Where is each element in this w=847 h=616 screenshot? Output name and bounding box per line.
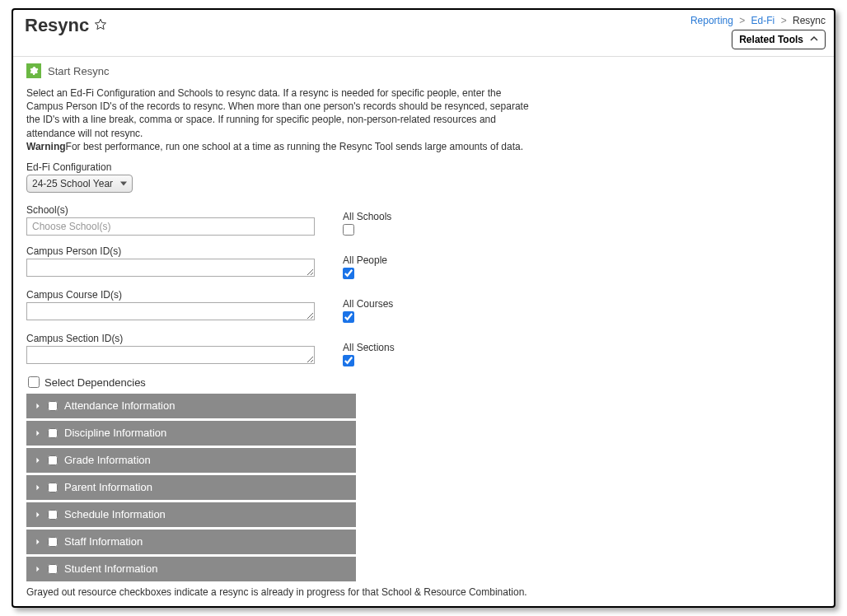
chevron-right-icon: > [739, 15, 745, 26]
favorite-star-icon[interactable] [94, 18, 107, 34]
accordion-list: Attendance InformationDiscipline Informa… [26, 394, 821, 581]
gear-icon [26, 63, 41, 78]
accordion-checkbox[interactable] [48, 428, 58, 438]
select-dependencies-label: Select Dependencies [44, 376, 146, 389]
accordion-label: Grade Information [64, 454, 151, 466]
page-title: Resync [25, 15, 89, 36]
accordion-checkbox[interactable] [48, 510, 58, 520]
all-people-block: All People [343, 254, 387, 279]
content-area: Start Resync Select an Ed-Fi Configurati… [13, 63, 834, 606]
edfi-config-select[interactable]: 24-25 School Year [26, 175, 133, 193]
accordion-item[interactable]: Grade Information [26, 448, 356, 473]
header-divider [13, 56, 834, 57]
section-ids-left: Campus Section ID(s) [26, 333, 323, 366]
all-courses-label: All Courses [343, 298, 393, 310]
select-dependencies-checkbox[interactable] [28, 376, 40, 388]
all-schools-checkbox[interactable] [343, 224, 354, 236]
chevron-up-icon [810, 34, 818, 45]
accordion-label: Parent Information [64, 481, 152, 493]
section-ids-label: Campus Section ID(s) [26, 333, 323, 344]
course-ids-label: Campus Course ID(s) [26, 289, 323, 301]
accordion-item[interactable]: Student Information [26, 557, 356, 581]
select-dependencies-row: Select Dependencies [28, 376, 821, 389]
all-courses-checkbox[interactable] [343, 311, 354, 323]
schools-left: School(s) [26, 204, 323, 236]
accordion-item[interactable]: Schedule Information [26, 502, 356, 527]
header-row: Resync Reporting > Ed-Fi > Resync Relate… [13, 10, 834, 51]
accordion-label: Student Information [64, 562, 157, 575]
schools-label: School(s) [26, 204, 323, 216]
accordion-checkbox[interactable] [48, 564, 58, 574]
person-ids-input[interactable] [26, 259, 315, 277]
all-people-label: All People [343, 254, 387, 266]
intro-text: Select an Ed-Fi Configuration and School… [26, 86, 537, 153]
accordion-item[interactable]: Attendance Information [26, 394, 356, 418]
edfi-config-select-wrap: 24-25 School Year [26, 175, 133, 193]
chevron-right-icon [35, 481, 41, 493]
person-ids-row: Campus Person ID(s) All People [26, 245, 821, 279]
schools-input[interactable] [26, 217, 315, 236]
accordion-label: Staff Information [64, 535, 143, 548]
intro-body: Select an Ed-Fi Configuration and School… [26, 87, 529, 139]
section-ids-row: Campus Section ID(s) All Sections [26, 333, 821, 366]
accordion-item[interactable]: Discipline Information [26, 421, 356, 446]
chevron-right-icon [35, 562, 41, 575]
edfi-config-block: Ed-Fi Configuration 24-25 School Year [26, 161, 821, 193]
accordion-item[interactable]: Parent Information [26, 475, 356, 500]
breadcrumb-link-edfi[interactable]: Ed-Fi [751, 15, 775, 26]
course-ids-row: Campus Course ID(s) All Courses [26, 289, 821, 323]
warning-label: Warning [26, 141, 66, 152]
schools-row: School(s) All Schools [26, 204, 821, 236]
breadcrumb: Reporting > Ed-Fi > Resync [690, 15, 826, 26]
related-tools-button[interactable]: Related Tools [732, 30, 826, 49]
person-ids-left: Campus Person ID(s) [26, 245, 323, 279]
section-ids-input[interactable] [26, 346, 315, 364]
app-frame: Resync Reporting > Ed-Fi > Resync Relate… [12, 8, 835, 608]
course-ids-left: Campus Course ID(s) [26, 289, 323, 323]
chevron-right-icon [35, 427, 41, 439]
course-ids-input[interactable] [26, 302, 315, 320]
chevron-right-icon [35, 508, 41, 520]
accordion-checkbox[interactable] [48, 401, 58, 411]
accordion-checkbox[interactable] [48, 455, 58, 465]
start-resync-label: Start Resync [48, 65, 109, 77]
all-sections-label: All Sections [343, 342, 395, 353]
page-wrap: Resync Reporting > Ed-Fi > Resync Relate… [0, 0, 847, 616]
accordion-item[interactable]: Staff Information [26, 530, 356, 554]
title-block: Resync [25, 15, 107, 36]
accordion-label: Schedule Information [64, 508, 166, 520]
all-schools-block: All Schools [343, 211, 391, 236]
all-people-checkbox[interactable] [343, 268, 354, 279]
chevron-right-icon: > [781, 15, 787, 26]
person-ids-label: Campus Person ID(s) [26, 245, 323, 257]
related-tools-label: Related Tools [739, 34, 803, 45]
accordion-label: Discipline Information [64, 427, 166, 439]
footnote-text: Grayed out resource checkboxes indicate … [26, 586, 821, 598]
chevron-right-icon [35, 399, 41, 412]
accordion-checkbox[interactable] [48, 537, 58, 547]
all-schools-label: All Schools [343, 211, 391, 222]
warning-text: For best performance, run one school at … [66, 141, 523, 152]
breadcrumb-link-reporting[interactable]: Reporting [690, 15, 733, 26]
all-sections-block: All Sections [343, 342, 395, 366]
chevron-right-icon [35, 454, 41, 466]
accordion-checkbox[interactable] [48, 483, 58, 492]
edfi-config-label: Ed-Fi Configuration [26, 161, 821, 173]
chevron-right-icon [35, 535, 41, 548]
all-sections-checkbox[interactable] [343, 355, 354, 366]
all-courses-block: All Courses [343, 298, 393, 323]
start-resync-row: Start Resync [26, 63, 821, 78]
header-right: Reporting > Ed-Fi > Resync Related Tools [690, 15, 826, 49]
breadcrumb-current: Resync [793, 15, 826, 26]
accordion-label: Attendance Information [64, 399, 175, 412]
